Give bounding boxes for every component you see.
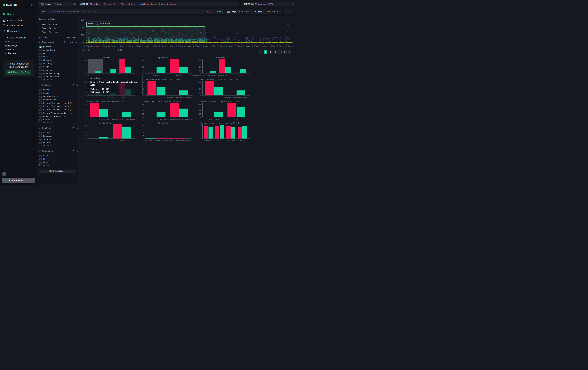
svg-text:8:30am: 8:30am [260,45,267,48]
svg-text:3:30am: 3:30am [176,45,183,48]
svg-text:100: 100 [198,81,201,83]
svg-text:2:00am: 2:00am [150,45,157,48]
svg-text:1:30am: 1:30am [142,45,149,48]
svg-text:Duration: Duration [158,122,168,125]
svg-text:759483: 759483 [169,140,175,142]
svg-text:0: 0 [145,140,146,142]
svg-text:0: 0 [85,72,87,74]
svg-text:25: 25 [199,69,201,71]
svg-text:703098: 703098 [162,140,168,142]
svg-text:ResourceAttribu..ice.instance.: ResourceAttribu..ice.instance.id [143,100,182,103]
svg-text:100: 100 [141,103,144,105]
svg-text:50: 50 [142,110,144,112]
svg-text:payment-7985c8969c-mwmw7: payment-7985c8969c-mwmw7 [167,97,191,99]
svg-text:5:00am: 5:00am [201,45,208,48]
svg-text:200: 200 [81,34,84,37]
svg-text:0: 0 [200,116,201,118]
svg-text:16: 16 [142,125,144,127]
svg-text:6:00am: 6:00am [218,45,225,48]
svg-text:4:00am: 4:00am [184,45,191,48]
svg-text:0: 0 [143,94,144,97]
svg-text:99930810: 99930810 [182,140,190,142]
svg-text:25: 25 [142,69,144,71]
svg-text:2944180: 2944180 [155,140,162,142]
svg-text:4:30am: 4:30am [193,45,200,48]
svg-text:100: 100 [141,59,144,61]
svg-text:0.51.1: 0.51.1 [122,97,128,99]
svg-text:5:30am: 5:30am [210,45,216,48]
svg-text:Server: Server [176,75,182,77]
svg-text:0: 0 [143,116,144,118]
svg-text:7:30am: 7:30am [243,45,250,48]
svg-text:9:00am: 9:00am [268,45,275,48]
svg-text:silver: silver [239,140,245,142]
svg-text:7:00am: 7:00am [235,45,242,48]
svg-text:2:30am: 2:30am [159,45,166,48]
svg-text:1198813: 1198813 [147,140,154,142]
svg-text:5e02b5fb-13ae-4296-bbbc-111f42: 5e02b5fb-13ae-4296-bbbc-111f423c460d [99,118,136,120]
svg-text:7: 7 [200,134,201,136]
svg-text:0: 0 [85,138,87,140]
svg-text:100: 100 [83,103,87,105]
svg-text:25: 25 [142,113,144,115]
svg-text:0: 0 [143,138,144,140]
svg-text:50: 50 [84,66,87,68]
svg-text:6:30am: 6:30am [226,45,233,48]
svg-text:12:00am: 12:00am [116,45,124,48]
svg-text:@hyperdx/instrumentation-excep: @hyperdx/instrumentation-exception [193,75,227,77]
svg-text:payment: payment [236,75,243,77]
svg-text:822013: 822013 [176,140,182,142]
svg-text:0: 0 [85,94,87,97]
svg-text:100: 100 [83,81,87,83]
svg-text:25: 25 [84,91,87,93]
svg-text:ResourceAttributes.k8s.pod.nam: ResourceAttributes.k8s.pod.name [201,79,239,81]
svg-text:Error: Error [97,140,102,142]
svg-text:100: 100 [83,59,87,61]
svg-text:visa: visa [234,118,238,120]
svg-text:50: 50 [84,88,87,90]
svg-text:8:00am: 8:00am [252,45,258,48]
svg-text:0: 0 [200,138,201,140]
svg-text:bronze: bronze [205,140,211,142]
svg-text:50: 50 [199,66,201,68]
svg-text:12:30am: 12:30am [125,45,133,48]
svg-text:100: 100 [198,103,201,105]
svg-text:0.1.0: 0.1.0 [108,97,113,99]
svg-text:600: 600 [81,19,84,21]
svg-text:11:00pm: 11:00pm [99,45,107,48]
svg-text:SpanName: SpanName [101,57,110,59]
svg-text:14: 14 [199,131,201,133]
svg-text:9/14/25: 9/14/25 [82,49,90,51]
svg-text:28: 28 [199,125,201,127]
svg-text:Internal: Internal [152,75,160,77]
svg-text:0: 0 [85,116,87,118]
svg-text:11:30pm: 11:30pm [108,45,116,48]
svg-text:10:00am: 10:00am [285,45,293,48]
svg-text:50: 50 [84,131,87,133]
svg-text:ResourceAttributes.k8s.pod.uid: ResourceAttributes.k8s.pod.uid [87,100,124,103]
svg-text:100: 100 [83,125,87,127]
svg-text:8: 8 [143,131,144,133]
svg-text:ScopeName: ScopeName [214,57,225,59]
svg-text:10:30pm: 10:30pm [91,45,99,48]
svg-text:10:00pm: 10:00pm [83,45,91,48]
svg-text:SpanKind: SpanKind [158,57,168,59]
svg-text:SpanAttributes.app.loyalty.lev: SpanAttributes.app.loyalty.level [200,122,239,125]
svg-text:100: 100 [198,59,201,61]
svg-text:SpanAttributes...yment.card_ty: SpanAttributes...yment.card_type [200,100,239,103]
svg-text:50: 50 [142,66,144,68]
svg-text:9/15: 9/15 [118,49,122,51]
svg-text:50: 50 [199,88,201,90]
svg-text:mastercard: mastercard [209,118,219,120]
svg-text:1:00am: 1:00am [134,45,141,48]
svg-text:25: 25 [84,134,87,136]
svg-text:platinum: platinum [227,140,235,142]
svg-text:25: 25 [199,91,201,93]
svg-text:3:00am: 3:00am [167,45,174,48]
svg-text:payment-7985c8969c-mwmw7: payment-7985c8969c-mwmw7 [224,97,248,99]
svg-text:25: 25 [199,113,201,115]
svg-text:400: 400 [81,27,84,29]
svg-text:0: 0 [83,42,84,44]
svg-text:25: 25 [84,113,87,115]
svg-text:0: 0 [200,72,201,74]
